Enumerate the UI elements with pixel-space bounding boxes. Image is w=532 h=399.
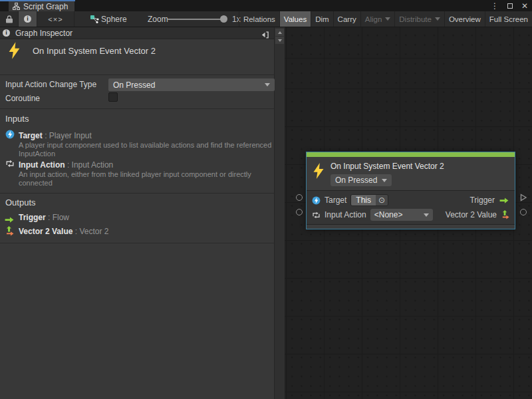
- relations-button[interactable]: Relations: [239, 11, 279, 27]
- info-icon: i: [24, 15, 31, 23]
- overview-button[interactable]: Overview: [444, 11, 485, 27]
- distribute-button: Distribute: [394, 11, 444, 27]
- zoom-slider-knob[interactable]: [220, 15, 227, 23]
- unity-script-graph-window: Script Graph ⋮ ✕ i <×> Sphere Zoom 1x Re…: [0, 0, 532, 399]
- script-graph-asset-icon: [89, 11, 100, 27]
- input-target-doc: Target : Player Input: [19, 131, 92, 140]
- inspector-toggle-button[interactable]: i: [19, 11, 37, 27]
- player-input-icon: [5, 130, 15, 142]
- graph-asset-name[interactable]: Sphere: [101, 11, 127, 27]
- graph-canvas[interactable]: On Input System Event Vector 2 On Presse…: [285, 27, 532, 399]
- trigger-port-label: Trigger: [469, 196, 495, 205]
- event-bolt-icon: [8, 42, 21, 59]
- chevron-down-icon: [265, 83, 270, 86]
- zoom-slider[interactable]: [168, 19, 225, 20]
- trigger-output-port[interactable]: [519, 194, 527, 201]
- player-input-icon: [312, 196, 321, 205]
- arrow-down-icon: [278, 39, 282, 42]
- target-port-label: Target: [325, 196, 346, 205]
- tab-label: Script Graph: [23, 2, 68, 11]
- vector2-icon: [501, 210, 509, 219]
- target-this-selector[interactable]: This ⊙: [350, 194, 388, 206]
- input-action-port-label: Input Action: [325, 210, 366, 219]
- dock-panel-icon[interactable]: [261, 29, 269, 41]
- window-menu-icon[interactable]: ⋮: [491, 2, 499, 10]
- event-bolt-icon: [313, 163, 325, 179]
- toolbar-right-group: Relations Values Dim Carry Align Distrib…: [239, 11, 532, 27]
- target-input-port[interactable]: [296, 194, 303, 201]
- vector2-port-label: Vector 2 Value: [446, 210, 497, 219]
- coroutine-checkbox[interactable]: [108, 92, 118, 102]
- align-button: Align: [360, 11, 395, 27]
- lock-icon: [6, 15, 13, 23]
- event-node[interactable]: On Input System Event Vector 2 On Presse…: [306, 152, 515, 229]
- inspector-header: i Graph Inspector: [0, 27, 274, 39]
- tab-script-graph[interactable]: Script Graph: [9, 1, 74, 11]
- flow-arrow-icon: [4, 214, 15, 226]
- output-trigger-doc: Trigger : Flow: [19, 213, 69, 222]
- inputs-heading: Inputs: [5, 114, 29, 124]
- vector2-output-port[interactable]: [520, 209, 527, 215]
- code-icon: <×>: [48, 15, 63, 23]
- change-type-dropdown[interactable]: On Pressed: [108, 78, 275, 91]
- input-action-icon: [5, 159, 15, 171]
- scroll-up-button[interactable]: [275, 29, 284, 36]
- zoom-label: Zoom: [148, 11, 168, 27]
- node-color-bar: [307, 152, 515, 157]
- node-body: Target This ⊙ Trigger Input Action: [307, 191, 515, 224]
- node-row-inputaction-vector: Input Action <None> Vector 2 Value: [307, 207, 515, 222]
- close-icon[interactable]: ✕: [521, 2, 528, 10]
- chevron-down-icon: [435, 17, 440, 21]
- flow-arrow-icon: [499, 197, 509, 204]
- info-icon: i: [3, 29, 10, 37]
- inspector-header-title: Graph Inspector: [15, 29, 72, 38]
- arrow-up-icon: [278, 31, 282, 34]
- inspector-node-title: On Input System Event Vector 2: [33, 46, 156, 56]
- input-action-icon: [312, 211, 321, 219]
- node-footer: [307, 224, 515, 229]
- node-title: On Input System Event Vector 2: [331, 162, 444, 171]
- graph-hierarchy-icon: [13, 3, 20, 10]
- outputs-heading: Outputs: [5, 198, 36, 207]
- node-row-target-trigger: Target This ⊙ Trigger: [307, 193, 515, 207]
- inspector-scrollbar[interactable]: [274, 27, 285, 399]
- lock-button[interactable]: [0, 11, 19, 27]
- chevron-down-icon: [382, 179, 387, 182]
- full-screen-button[interactable]: Full Screen: [485, 11, 532, 27]
- field-label-coroutine: Coroutine: [5, 94, 40, 103]
- carry-button[interactable]: Carry: [333, 11, 360, 27]
- code-view-button[interactable]: <×>: [37, 11, 74, 27]
- values-button[interactable]: Values: [279, 11, 311, 27]
- dim-button[interactable]: Dim: [311, 11, 332, 27]
- vector2-icon: [5, 226, 14, 239]
- target-picker-icon[interactable]: ⊙: [376, 195, 388, 205]
- graph-toolbar: i <×> Sphere Zoom 1x Relations Values Di…: [0, 11, 532, 27]
- node-mode-dropdown[interactable]: On Pressed: [331, 174, 392, 186]
- output-vector2-doc: Vector 2 Value : Vector 2: [19, 227, 108, 236]
- input-action-doc: Input Action : Input Action: [19, 160, 113, 170]
- graph-inspector-panel: i Graph Inspector On Input System Event …: [0, 27, 285, 399]
- change-type-value: On Pressed: [113, 80, 155, 90]
- input-action-dropdown[interactable]: <None>: [370, 209, 433, 221]
- scroll-down-button[interactable]: [275, 37, 284, 44]
- node-header[interactable]: On Input System Event Vector 2 On Presse…: [307, 157, 515, 190]
- chevron-down-icon: [424, 213, 429, 217]
- tab-bar: Script Graph ⋮ ✕: [0, 0, 532, 11]
- input-action-description: An input action, either from the linked …: [19, 170, 279, 188]
- input-action-input-port[interactable]: [296, 209, 303, 215]
- chevron-down-icon: [385, 17, 390, 21]
- field-label-change-type: Input Action Change Type: [5, 80, 96, 89]
- maximize-icon[interactable]: [507, 3, 513, 9]
- input-target-description: A player input component used to list av…: [19, 141, 279, 158]
